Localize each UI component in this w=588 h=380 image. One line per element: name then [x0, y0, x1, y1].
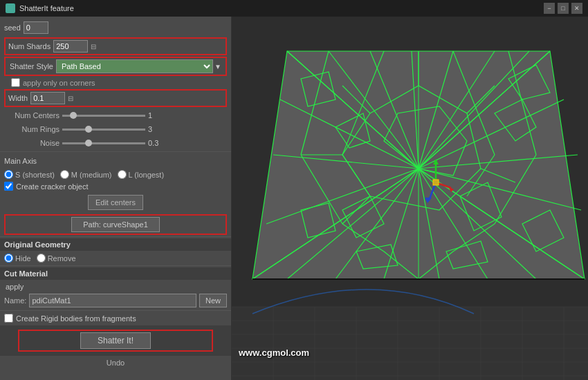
create-cracker-row: Create cracker object: [0, 180, 231, 192]
window-title: ShatterIt feature: [19, 4, 74, 12]
num-shards-label: Num Shards: [8, 42, 50, 50]
seed-row: seed: [0, 19, 231, 36]
viewport-panel: www.cgmol.com: [232, 17, 588, 380]
apply-corners-row: apply only on corners: [0, 77, 231, 88]
noise-slider[interactable]: [62, 142, 145, 144]
axis-l-group: L (longest): [118, 170, 165, 179]
num-shards-input[interactable]: [53, 40, 88, 53]
num-centers-slider[interactable]: [62, 115, 145, 117]
undo-button[interactable]: Undo: [93, 357, 138, 368]
apply-row: apply: [0, 281, 231, 292]
width-input[interactable]: [30, 92, 65, 104]
width-slider-icon: ⊟: [68, 95, 73, 102]
divider-4: [0, 310, 231, 311]
noise-row: Noise 0.3: [0, 136, 231, 150]
apply-corners-checkbox[interactable]: [11, 78, 20, 87]
seed-label: seed: [4, 23, 21, 32]
remove-radio[interactable]: [37, 254, 46, 263]
axis-l-radio[interactable]: [118, 170, 127, 179]
divider-1: [0, 151, 231, 152]
undo-row: Undo: [0, 356, 231, 370]
rigid-bodies-row: Create Rigid bodies from fragments: [0, 312, 231, 324]
shatter-style-label: Shatter Style: [10, 62, 53, 70]
axis-s-group: S (shortest): [4, 170, 55, 179]
shatter-style-select[interactable]: Path Based Voronoi Radial: [56, 59, 213, 73]
shatter-style-row: Shatter Style Path Based Voronoi Radial …: [4, 57, 227, 76]
hide-label: Hide: [15, 254, 31, 263]
mesh-svg: [232, 17, 588, 380]
num-shards-slider-icon: ⊟: [91, 43, 96, 50]
app-icon: [6, 3, 15, 13]
title-bar-controls: − □ ✕: [544, 3, 582, 14]
rigid-bodies-label: Create Rigid bodies from fragments: [16, 314, 136, 323]
shatter-style-arrow: ▼: [214, 63, 221, 70]
main-layout: seed Num Shards ⊟ Shatter Style Path Bas…: [0, 17, 588, 380]
maximize-button[interactable]: □: [558, 3, 569, 14]
svg-rect-1: [232, 307, 588, 380]
width-row: Width ⊟: [4, 89, 227, 107]
name-row: Name: New: [0, 292, 231, 309]
path-row: Path: curveShape1: [4, 214, 227, 235]
create-cracker-label: Create cracker object: [16, 182, 89, 191]
edit-centers-container: Edit centers: [0, 192, 231, 213]
num-rings-slider[interactable]: [62, 129, 145, 131]
num-shards-row: Num Shards ⊟: [4, 37, 227, 55]
new-button[interactable]: New: [199, 294, 227, 307]
edit-centers-button[interactable]: Edit centers: [88, 195, 143, 210]
path-button[interactable]: Path: curveShape1: [71, 217, 160, 232]
close-button[interactable]: ✕: [571, 3, 582, 14]
divider-2: [0, 236, 231, 237]
svg-rect-80: [433, 180, 439, 185]
num-centers-value: 1: [148, 111, 152, 120]
name-label: Name:: [4, 296, 26, 305]
apply-corners-label: apply only on corners: [23, 79, 95, 87]
main-axis-label: Main Axis: [4, 157, 37, 165]
hide-group: Hide: [4, 254, 31, 263]
shatter-row: Shatter It!: [18, 330, 213, 352]
shatter-button[interactable]: Shatter It!: [80, 332, 151, 349]
num-rings-value: 3: [148, 125, 152, 133]
axis-m-group: M (medium): [60, 170, 112, 179]
cut-material-header: Cut Material: [0, 267, 231, 280]
num-centers-row: Num Centers 1: [0, 108, 231, 122]
noise-label: Noise: [4, 139, 59, 147]
rigid-bodies-checkbox[interactable]: [4, 314, 13, 323]
hide-radio[interactable]: [4, 254, 13, 263]
viewport: www.cgmol.com: [232, 17, 588, 380]
num-centers-label: Num Centers: [4, 111, 59, 120]
apply-label: apply: [6, 283, 24, 291]
axis-l-label: L (longest): [129, 171, 165, 179]
noise-value: 0.3: [148, 139, 158, 147]
divider-3: [0, 265, 231, 266]
title-bar: ShatterIt feature − □ ✕: [0, 0, 588, 17]
main-axis-radio-row: S (shortest) M (medium) L (longest): [0, 169, 231, 180]
width-label: Width: [8, 94, 28, 102]
remove-label: Remove: [48, 254, 76, 263]
num-rings-row: Num Rings 3: [0, 122, 231, 136]
minimize-button[interactable]: −: [544, 3, 555, 14]
axis-s-label: S (shortest): [15, 171, 55, 179]
axis-m-radio[interactable]: [60, 170, 69, 179]
original-geometry-radio-row: Hide Remove: [0, 252, 231, 264]
main-axis-header-row: Main Axis: [0, 153, 231, 169]
name-input[interactable]: [29, 294, 196, 307]
axis-m-label: M (medium): [71, 171, 112, 179]
seed-input[interactable]: [24, 21, 48, 34]
shatter-section: Shatter It!: [0, 325, 231, 356]
create-cracker-checkbox[interactable]: [4, 182, 13, 191]
num-rings-label: Num Rings: [4, 125, 59, 133]
axis-s-radio[interactable]: [4, 170, 13, 179]
original-geometry-header: Original Geometry: [0, 238, 231, 251]
left-panel: seed Num Shards ⊟ Shatter Style Path Bas…: [0, 17, 232, 380]
remove-group: Remove: [37, 254, 76, 263]
title-bar-left: ShatterIt feature: [6, 3, 74, 13]
